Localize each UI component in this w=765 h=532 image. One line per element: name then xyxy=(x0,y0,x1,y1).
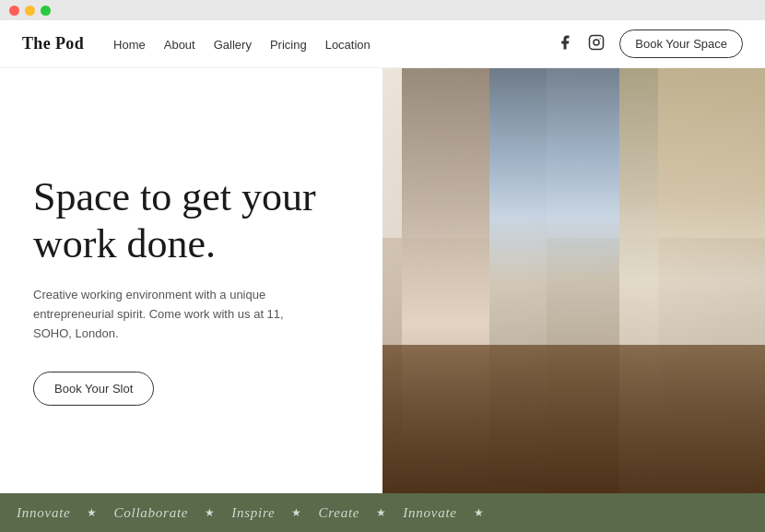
nav-location[interactable]: Location xyxy=(325,38,371,52)
book-slot-button[interactable]: Book Your Slot xyxy=(33,372,154,406)
minimize-button[interactable] xyxy=(25,6,35,16)
hero-left: Space to get your work done. Creative wo… xyxy=(0,68,382,493)
instagram-icon[interactable] xyxy=(588,34,605,54)
svg-point-2 xyxy=(600,38,601,39)
navbar: The Pod Home About Gallery Pricing Locat… xyxy=(0,20,765,68)
nav-links: Home About Gallery Pricing Location xyxy=(113,36,371,53)
ticker-word-2: Collaborate xyxy=(97,505,205,521)
svg-rect-0 xyxy=(590,35,604,49)
hero-image-area xyxy=(382,68,765,493)
nav-gallery[interactable]: Gallery xyxy=(214,38,252,52)
brand-logo: The Pod xyxy=(22,34,84,53)
facebook-icon[interactable] xyxy=(557,34,573,54)
maximize-button[interactable] xyxy=(41,6,51,16)
ticker-bar: Innovate ★ Collaborate ★ Inspire ★ Creat… xyxy=(0,493,765,532)
ticker-star-4: ★ xyxy=(376,506,386,520)
ticker-star-3: ★ xyxy=(291,506,301,520)
navbar-left: The Pod Home About Gallery Pricing Locat… xyxy=(22,34,371,53)
hero-headline: Space to get your work done. xyxy=(33,174,349,267)
ticker-star-1: ★ xyxy=(87,506,97,520)
nav-pricing[interactable]: Pricing xyxy=(270,38,307,52)
nav-home[interactable]: Home xyxy=(113,38,146,52)
hero-subtext: Creative working environment with a uniq… xyxy=(33,286,291,343)
close-button[interactable] xyxy=(9,6,19,16)
table-surface xyxy=(382,345,765,493)
title-bar xyxy=(0,0,765,20)
ticker-content: Innovate ★ Collaborate ★ Inspire ★ Creat… xyxy=(0,505,484,521)
ticker-word-1: Innovate xyxy=(0,505,87,521)
hero-photo xyxy=(382,68,765,493)
ticker-star-2: ★ xyxy=(205,506,215,520)
book-space-button[interactable]: Book Your Space xyxy=(619,30,743,58)
ticker-word-3: Inspire xyxy=(215,505,291,521)
ticker-word-4: Create xyxy=(301,505,376,521)
svg-point-1 xyxy=(594,40,599,45)
navbar-right: Book Your Space xyxy=(557,30,743,58)
ticker-star-5: ★ xyxy=(474,506,484,520)
nav-about[interactable]: About xyxy=(164,38,195,52)
ticker-word-5: Innovate xyxy=(386,505,473,521)
hero-section: Space to get your work done. Creative wo… xyxy=(0,68,765,493)
